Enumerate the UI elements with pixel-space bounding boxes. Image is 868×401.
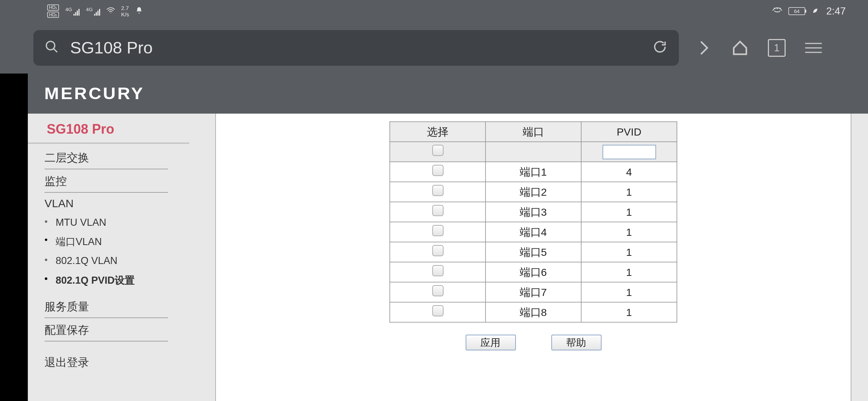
- forward-icon[interactable]: [691, 39, 716, 58]
- row-checkbox[interactable]: [432, 305, 443, 316]
- hd1-icon: HD₁: [47, 4, 59, 11]
- sidebar-item-mtu-vlan[interactable]: MTU VLAN: [45, 213, 190, 232]
- status-left: HD₁ HD₂ 4G 4G 2.7 K/s: [47, 4, 144, 18]
- pvid-cell: 1: [581, 222, 677, 242]
- status-right: 64 2:47: [772, 5, 846, 17]
- clock: 2:47: [826, 5, 846, 17]
- pvid-cell: 1: [581, 182, 677, 202]
- sim1-signal: 4G: [64, 7, 79, 16]
- pvid-cell: 1: [581, 302, 677, 322]
- table-row: 端口1 4: [390, 162, 677, 182]
- speed-unit: K/s: [121, 11, 129, 17]
- port-cell: 端口1: [486, 162, 581, 182]
- battery-indicator: 64: [788, 7, 806, 15]
- sidebar-item-qos[interactable]: 服务质量: [45, 295, 168, 318]
- svg-point-0: [46, 41, 55, 50]
- content-panel: 选择 端口 PVID: [216, 114, 852, 401]
- brand-logotype: MERCURY: [45, 84, 145, 103]
- sim2-network-label: 4G: [86, 7, 93, 12]
- table-row: 端口6 1: [390, 262, 677, 282]
- pvid-cell: 4: [581, 162, 677, 182]
- row-checkbox[interactable]: [432, 225, 443, 236]
- hd-indicators: HD₁ HD₂: [47, 4, 59, 18]
- pvid-table: 选择 端口 PVID: [389, 121, 677, 323]
- row-checkbox[interactable]: [432, 285, 443, 296]
- search-icon: [45, 40, 59, 56]
- network-speed: 2.7 K/s: [121, 5, 129, 17]
- col-select: 选择: [390, 122, 486, 142]
- row-checkbox[interactable]: [432, 205, 443, 216]
- android-status-bar: HD₁ HD₂ 4G 4G 2.7 K/s: [0, 0, 868, 22]
- divider: [28, 143, 189, 144]
- port-cell: 端口3: [486, 202, 581, 222]
- pvid-cell: 1: [581, 242, 677, 262]
- reload-icon[interactable]: [652, 39, 668, 57]
- sidebar-item-save-config[interactable]: 配置保存: [45, 318, 168, 342]
- table-row: 端口8 1: [390, 302, 677, 322]
- port-cell: 端口4: [486, 222, 581, 242]
- port-cell: 端口6: [486, 262, 581, 282]
- notification-bell-icon: [135, 6, 144, 17]
- col-port: 端口: [486, 122, 581, 142]
- sim2-signal: 4G: [85, 7, 100, 16]
- port-cell: 端口2: [486, 182, 581, 202]
- svg-line-1: [53, 49, 57, 52]
- table-row: 端口7 1: [390, 282, 677, 302]
- select-all-checkbox[interactable]: [432, 145, 443, 156]
- home-icon[interactable]: [728, 39, 752, 58]
- sidebar-item-port-vlan[interactable]: 端口VLAN: [45, 232, 190, 252]
- product-name: SG108 Pro: [28, 118, 190, 143]
- row-checkbox[interactable]: [432, 245, 443, 256]
- pvid-input[interactable]: [602, 144, 656, 159]
- eye-comfort-icon: [772, 6, 783, 16]
- battery-percent: 64: [794, 9, 799, 14]
- table-row: 端口2 1: [390, 182, 677, 202]
- sidebar: SG108 Pro 二层交换 监控 VLAN MTU VLAN 端口VLAN 8…: [28, 114, 190, 401]
- table-input-row: [390, 142, 677, 162]
- col-pvid: PVID: [581, 122, 677, 142]
- power-save-leaf-icon: [812, 7, 818, 16]
- sidebar-item-l2switch[interactable]: 二层交换: [45, 146, 168, 169]
- tabs-button[interactable]: 1: [765, 39, 789, 57]
- sidebar-item-8021q-pvid[interactable]: 802.1Q PVID设置: [45, 270, 190, 290]
- port-cell: 端口5: [486, 242, 581, 262]
- port-cell: 端口8: [486, 302, 581, 322]
- row-checkbox[interactable]: [432, 265, 443, 276]
- sim1-network-label: 4G: [65, 7, 72, 12]
- sidebar-item-vlan[interactable]: VLAN: [45, 193, 168, 213]
- sidebar-item-monitor[interactable]: 监控: [45, 169, 168, 193]
- pvid-cell: 1: [581, 202, 677, 222]
- sidebar-menu: 二层交换 监控 VLAN MTU VLAN 端口VLAN 802.1Q VLAN…: [28, 146, 190, 373]
- sidebar-item-8021q-vlan[interactable]: 802.1Q VLAN: [45, 252, 190, 270]
- apply-button[interactable]: 应用: [466, 335, 516, 351]
- row-checkbox[interactable]: [432, 185, 443, 196]
- tab-count: 1: [768, 39, 786, 57]
- speed-value: 2.7: [121, 5, 129, 12]
- sidebar-item-logout[interactable]: 退出登录: [45, 351, 168, 374]
- hd2-icon: HD₂: [47, 12, 59, 18]
- button-row: 应用 帮助: [466, 335, 601, 351]
- table-row: 端口3 1: [390, 202, 677, 222]
- signal-bars-icon: [94, 9, 100, 16]
- menu-icon[interactable]: [801, 43, 826, 53]
- help-button[interactable]: 帮助: [551, 335, 601, 351]
- browser-toolbar: SG108 Pro 1: [0, 22, 868, 74]
- table-row: 端口4 1: [390, 222, 677, 242]
- table-row: 端口5 1: [390, 242, 677, 262]
- pvid-cell: 1: [581, 282, 677, 302]
- page-title: SG108 Pro: [70, 39, 652, 58]
- table-header-row: 选择 端口 PVID: [390, 122, 677, 142]
- row-checkbox[interactable]: [432, 165, 443, 176]
- wifi-icon: [105, 5, 115, 17]
- webpage-viewport: MERCURY SG108 Pro 二层交换 监控 VLAN MTU VLAN …: [0, 74, 868, 401]
- address-bar[interactable]: SG108 Pro: [33, 30, 679, 66]
- pvid-cell: 1: [581, 262, 677, 282]
- brand-banner: MERCURY: [28, 74, 868, 114]
- port-cell: 端口7: [486, 282, 581, 302]
- content-area: 选择 端口 PVID: [190, 114, 868, 401]
- signal-bars-icon: [73, 9, 79, 16]
